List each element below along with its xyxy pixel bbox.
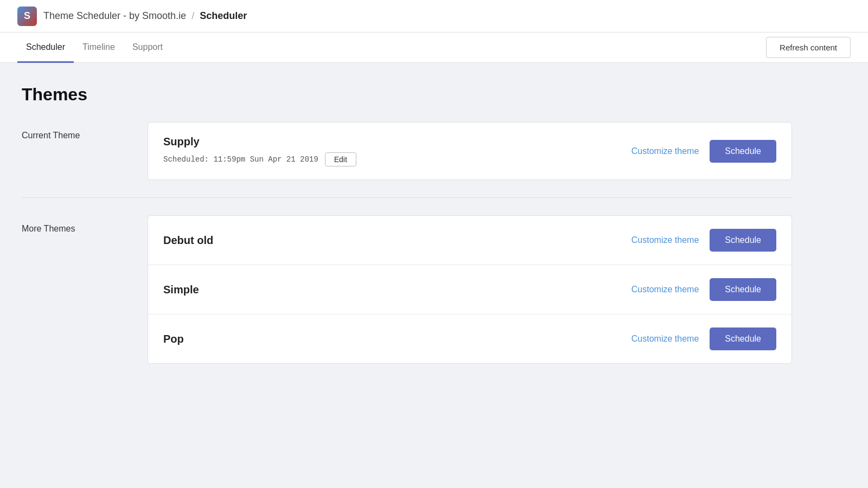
page-name: Scheduler: [200, 10, 247, 22]
theme-name-supply: Supply: [163, 136, 621, 148]
more-themes-label: More Themes: [22, 215, 130, 234]
theme-name-wrap-debut: Debut old: [163, 234, 621, 247]
page-title: Themes: [22, 85, 792, 105]
refresh-content-button[interactable]: Refresh content: [766, 37, 851, 58]
themes-layout: Current Theme Supply Scheduled: 11:59pm …: [22, 122, 792, 381]
schedule-button-debut[interactable]: Schedule: [710, 229, 776, 252]
nav-tabs: Scheduler Timeline Support: [17, 33, 171, 62]
theme-name-simple: Simple: [163, 284, 621, 296]
breadcrumb-separator: /: [192, 10, 194, 22]
top-bar: S Theme Scheduler - by Smooth.ie / Sched…: [0, 0, 868, 33]
schedule-button-supply[interactable]: Schedule: [710, 140, 776, 163]
customize-theme-link-debut[interactable]: Customize theme: [631, 235, 699, 245]
app-logo: S: [17, 7, 37, 26]
theme-row-pop: Pop Customize theme Schedule: [148, 314, 792, 363]
current-theme-label: Current Theme: [22, 122, 130, 140]
edit-schedule-button[interactable]: Edit: [325, 152, 356, 166]
theme-row-supply: Supply Scheduled: 11:59pm Sun Apr 21 201…: [148, 123, 792, 179]
top-bar-title: Theme Scheduler - by Smooth.ie / Schedul…: [43, 10, 247, 22]
theme-name-wrap-pop: Pop: [163, 333, 621, 345]
theme-row-simple: Simple Customize theme Schedule: [148, 265, 792, 314]
tab-support[interactable]: Support: [124, 33, 171, 63]
customize-theme-link-pop[interactable]: Customize theme: [631, 334, 699, 344]
schedule-button-pop[interactable]: Schedule: [710, 328, 776, 350]
theme-row-debut-old: Debut old Customize theme Schedule: [148, 216, 792, 265]
theme-name-wrap: Supply Scheduled: 11:59pm Sun Apr 21 201…: [163, 136, 621, 166]
more-themes-section: More Themes Debut old Customize theme Sc…: [22, 197, 792, 381]
customize-theme-link-supply[interactable]: Customize theme: [631, 146, 699, 156]
theme-name-debut-old: Debut old: [163, 234, 621, 247]
more-theme-cards: Debut old Customize theme Schedule Simpl…: [148, 215, 792, 364]
schedule-info: Scheduled: 11:59pm Sun Apr 21 2019 Edit: [163, 152, 621, 166]
schedule-button-simple[interactable]: Schedule: [710, 278, 776, 301]
app-name: Theme Scheduler - by Smooth.ie: [43, 10, 186, 22]
main-content: Themes Current Theme Supply Scheduled: 1…: [0, 63, 814, 403]
tab-timeline[interactable]: Timeline: [74, 33, 124, 63]
theme-name-pop: Pop: [163, 333, 621, 345]
tab-scheduler[interactable]: Scheduler: [17, 33, 74, 63]
theme-name-wrap-simple: Simple: [163, 284, 621, 296]
current-theme-section: Current Theme Supply Scheduled: 11:59pm …: [22, 122, 792, 197]
current-theme-card: Supply Scheduled: 11:59pm Sun Apr 21 201…: [148, 122, 792, 180]
customize-theme-link-simple[interactable]: Customize theme: [631, 285, 699, 294]
nav-tabs-bar: Scheduler Timeline Support Refresh conte…: [0, 33, 868, 63]
